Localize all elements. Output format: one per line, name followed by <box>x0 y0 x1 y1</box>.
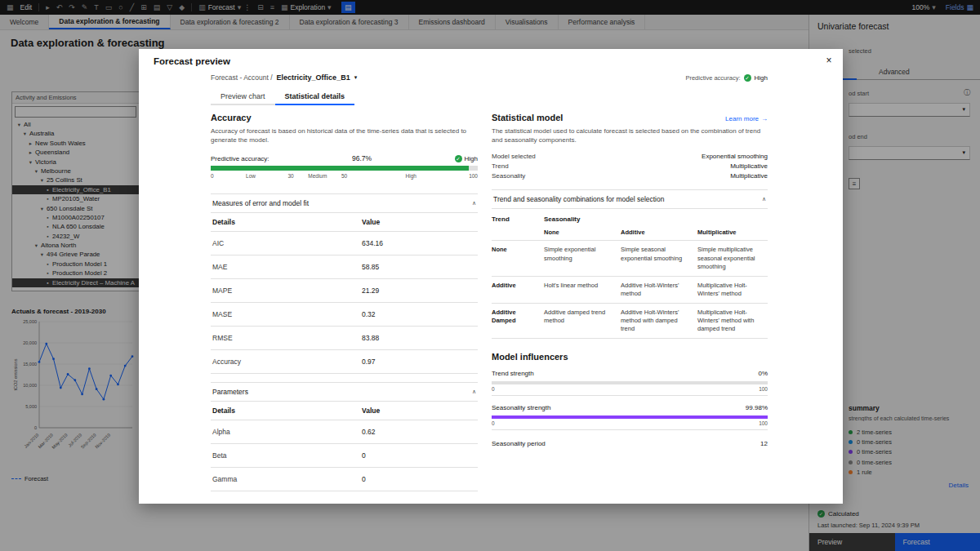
modal-tab-preview-chart[interactable]: Preview chart <box>211 88 275 105</box>
combo-seasonality-header: Seasonality <box>544 216 768 223</box>
influencer-list: Trend strength0%0100Seasonality strength… <box>492 370 768 430</box>
influencer-value: 99.98% <box>746 404 768 411</box>
parameters-heading: Parameters <box>212 388 248 396</box>
combo-body: NoneSimple exponential smoothingSimple s… <box>492 241 768 339</box>
influencer-bar-track <box>492 415 768 419</box>
influencer-value: 0% <box>758 370 768 377</box>
column-details: Details <box>212 218 362 226</box>
scale-mark: 0 <box>211 173 214 179</box>
combo-cell: Multiplicative Holt-Winters' method <box>697 282 768 298</box>
cell-value: 0 <box>362 475 476 483</box>
model-kv-value: Exponential smoothing <box>702 153 768 160</box>
combo-trend-cell: Additive Damped <box>492 309 537 333</box>
table-row: Beta0 <box>211 444 478 468</box>
table-row: Gamma0 <box>211 468 478 491</box>
table-row: RMSE83.88 <box>211 327 478 350</box>
model-kv-label: Seasonality <box>492 172 525 180</box>
influencer-label: Seasonality strength <box>492 404 551 411</box>
scale-mark: 30 <box>287 173 293 179</box>
scale-mark: Medium <box>308 173 327 179</box>
cell-detail: MAE <box>212 263 362 271</box>
influencer-row: Seasonality strength99.98% <box>492 404 768 411</box>
entity-selector[interactable]: Electricity_Office_B1 <box>277 73 350 82</box>
chevron-down-icon[interactable]: ▾ <box>354 74 358 81</box>
learn-more-text: Learn more <box>725 115 759 122</box>
model-kv-value: Multiplicative <box>730 162 768 170</box>
cell-value: 83.88 <box>362 334 476 342</box>
statistical-model-column: Statistical model Learn more → The stati… <box>492 113 768 447</box>
model-kv-value: Multiplicative <box>730 172 768 180</box>
table-row: Alpha0.62 <box>211 420 478 444</box>
model-kv-row: TrendMultiplicative <box>492 162 768 170</box>
model-kv-label: Model selected <box>492 153 536 160</box>
predictive-accuracy-label: Predictive accuracy: <box>211 155 270 162</box>
combo-row-additive: AdditiveHolt's linear methodAdditive Hol… <box>492 277 768 304</box>
influencer-label: Trend strength <box>492 370 534 377</box>
combo-cell: Simple multiplicative seasonal exponenti… <box>697 246 768 270</box>
cell-value: 634.16 <box>362 239 476 247</box>
combinations-accordion-header[interactable]: Trend and seasonality combinations for m… <box>492 189 768 209</box>
measures-table-header: Details Value <box>211 213 478 232</box>
table-row: MASE0.32 <box>211 303 478 327</box>
combo-season-col: Additive <box>621 229 691 236</box>
accuracy-bar-fill <box>211 166 469 171</box>
cell-value: 0 <box>362 451 476 460</box>
seasonality-period-row: Seasonality period 12 <box>492 440 768 447</box>
badge-value: High <box>755 74 768 82</box>
column-value: Value <box>362 218 476 226</box>
statistical-model-description: The statistical model used to calculate … <box>492 127 768 144</box>
combo-season-col: None <box>544 229 614 236</box>
close-icon[interactable]: × <box>822 53 836 68</box>
scale-mark: 100 <box>469 173 478 179</box>
cell-value: 0.62 <box>362 428 476 436</box>
cell-detail: Beta <box>212 451 362 460</box>
table-row: Accuracy0.97 <box>211 350 478 374</box>
scale-min: 0 <box>492 386 495 392</box>
combinations-heading: Trend and seasonality combinations for m… <box>493 195 664 203</box>
parameters-table-header: Details Value <box>211 402 478 420</box>
cell-detail: Gamma <box>212 475 362 483</box>
combo-row-additive-damped: Additive DampedAdditive damped trend met… <box>492 304 768 339</box>
influencer-scale: 0100 <box>492 420 768 426</box>
measures-table-body: AIC634.16MAE58.85MAPE21.29MASE0.32RMSE83… <box>211 232 478 374</box>
model-kv-row: Model selectedExponential smoothing <box>492 153 768 160</box>
cell-detail: MAPE <box>212 287 362 295</box>
cell-value: 0.32 <box>362 310 476 318</box>
combo-blank-cell <box>492 229 537 236</box>
combo-cell: Additive damped trend method <box>544 309 614 333</box>
scale-mark: Low <box>246 173 256 179</box>
table-row: MAE58.85 <box>211 256 478 279</box>
breadcrumb: Forecast - Account / Electricity_Office_… <box>211 73 357 82</box>
scale-mark: 50 <box>341 173 347 179</box>
cell-detail: Accuracy <box>212 358 362 366</box>
parameters-accordion-header[interactable]: Parameters ∧ <box>211 382 478 402</box>
combo-cell: Additive Holt-Winters' method <box>621 282 691 298</box>
accuracy-column: Accuracy Accuracy of forecast is based o… <box>211 113 478 491</box>
arrow-right-icon: → <box>761 115 768 122</box>
cell-value: 0.97 <box>362 358 476 366</box>
combo-group-header: Trend Seasonality <box>492 209 768 224</box>
statistical-model-heading: Statistical model <box>492 113 563 122</box>
influencer-bar-track <box>492 381 768 384</box>
combo-cell: Additive Holt-Winters' method with dampe… <box>621 309 691 333</box>
column-value: Value <box>362 407 476 415</box>
learn-more-link[interactable]: Learn more → <box>725 115 768 122</box>
cell-detail: RMSE <box>212 334 362 342</box>
modal-tab-statistical-details[interactable]: Statistical details <box>275 88 355 105</box>
check-icon: ✓ <box>744 74 751 82</box>
measures-accordion-header[interactable]: Measures of error and model fit ∧ <box>211 193 478 213</box>
cell-value: 21.29 <box>362 287 476 295</box>
combo-season-col: Multiplicative <box>697 229 768 236</box>
table-row: AIC634.16 <box>211 232 478 256</box>
combo-cell: Simple seasonal exponential smoothing <box>621 246 691 270</box>
predictive-accuracy-row: Predictive accuracy: 96.7% ✓ High <box>211 154 478 162</box>
combo-cell: Simple exponential smoothing <box>544 246 614 270</box>
accuracy-scale: 0Low30Medium50High100 <box>211 172 478 182</box>
measures-heading: Measures of error and model fit <box>212 199 309 207</box>
combo-cell: Holt's linear method <box>544 282 614 298</box>
influencer-trend-strength: Trend strength0%0100 <box>492 370 768 396</box>
chevron-up-icon: ∧ <box>762 196 766 202</box>
predictive-accuracy-value: 96.7% <box>352 154 372 162</box>
cell-detail: MASE <box>212 310 362 318</box>
influencer-row: Trend strength0% <box>492 370 768 377</box>
